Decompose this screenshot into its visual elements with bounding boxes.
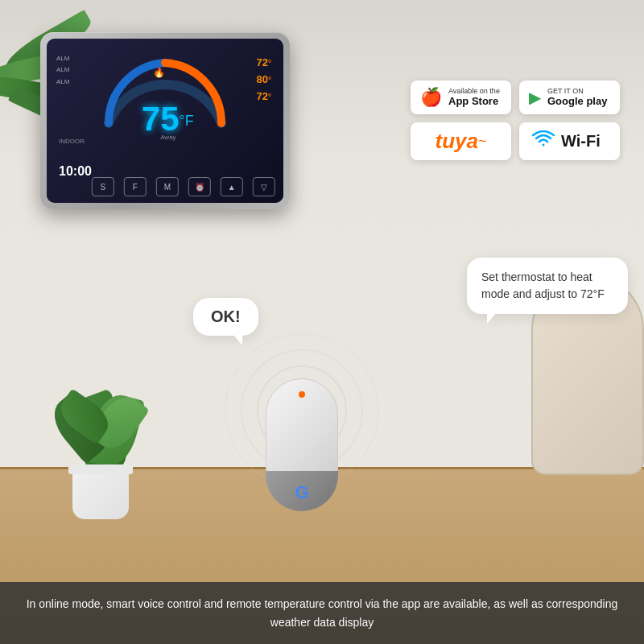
btn-mode[interactable]: M [156,177,179,196]
bottom-caption: In online mode, smart voice control and … [0,582,644,644]
ok-text: OK! [211,308,241,325]
plant-leaves [48,362,153,475]
google-home-speaker: G [266,378,338,515]
appstore-main-text: App Store [448,95,500,108]
tuya-badge[interactable]: tuya ~ [411,122,511,160]
btn-up[interactable]: ▲ [221,177,243,196]
label-alm1: ALM [56,53,69,64]
plant [72,471,129,519]
googleplay-main-text: Google play [547,95,607,108]
tuya-text: tuya [436,129,478,154]
btn-fan[interactable]: F [124,177,147,196]
speaker-body [266,378,338,475]
away-label: Away [160,134,175,141]
temp-unit: °F [180,113,194,129]
speaker-base: G [266,471,338,511]
appstore-badge[interactable]: 🍎 Available on the App Store [411,80,511,114]
thermostat-frame: 🔥 ALM ALM ALM INDOOR 75°F Away 72° 80° [40,32,290,209]
indoor-label: INDOOR [59,97,85,145]
caption-text: In online mode, smart voice control and … [27,597,618,628]
control-buttons: S F M ⏰ ▲ ▽ [92,177,275,196]
speaker-light [299,391,305,398]
googleplay-small-text: GET IT ON [547,88,607,95]
label-alm2: ALM [56,64,69,76]
reading-1: 72° [257,55,271,72]
svg-text:🔥: 🔥 [153,66,165,78]
btn-clock[interactable]: ⏰ [188,177,211,196]
appstore-small-text: Available on the [448,88,500,95]
wifi-icon [532,130,555,153]
btn-schedule[interactable]: S [92,177,114,196]
tuya-accent: ~ [478,133,487,150]
wifi-badge: Wi-Fi [519,122,620,160]
temp-value: 75 [142,100,180,138]
label-alm3: ALM [56,76,69,88]
btn-down[interactable]: ▽ [253,177,275,196]
thermostat-device: 🔥 ALM ALM ALM INDOOR 75°F Away 72° 80° [40,32,290,209]
reading-2: 80° [257,72,271,89]
apple-icon: 🍎 [420,87,442,108]
command-text: Set thermostat to heat mode and adjust t… [481,270,605,300]
ok-speech-bubble: OK! [193,298,258,336]
reading-3: 72° [257,89,271,105]
time-display: 10:00 [59,164,92,179]
plant-pot [72,471,129,519]
command-speech-bubble: Set thermostat to heat mode and adjust t… [467,258,628,314]
left-labels: ALM ALM ALM [56,53,69,88]
temperature-readings: 72° 80° 72° [257,55,271,105]
googleplay-badge[interactable]: ▶ GET IT ON Google play [519,80,620,114]
android-icon: ▶ [529,88,541,107]
app-badges: 🍎 Available on the App Store ▶ GET IT ON… [411,80,620,160]
thermostat-screen: 🔥 ALM ALM ALM INDOOR 75°F Away 72° 80° [47,39,283,203]
google-g-logo: G [295,482,308,503]
wifi-text: Wi-Fi [561,132,601,151]
main-temperature: 75°F [142,102,194,136]
